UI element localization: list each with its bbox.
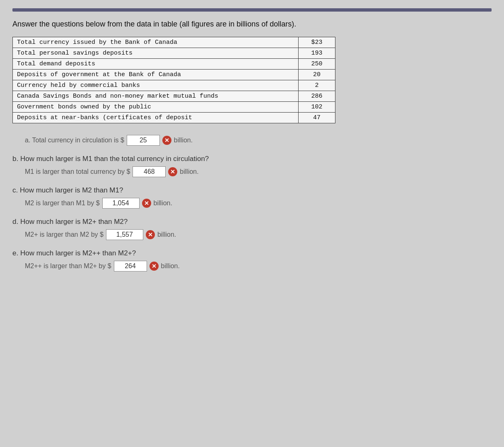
table-row: Total currency issued by the Bank of Can… <box>13 37 335 48</box>
table-cell-value: 102 <box>298 102 335 113</box>
question-a-incorrect-icon: ✕ <box>162 136 171 145</box>
table-row: Total demand deposits250 <box>13 59 335 70</box>
question-b-incorrect-icon: ✕ <box>168 167 177 176</box>
question-e-label: e. How much larger is M2++ than M2+? <box>12 249 492 257</box>
table-cell-label: Deposits at near-banks (certificates of … <box>13 113 299 123</box>
table-cell-label: Total currency issued by the Bank of Can… <box>13 37 299 48</box>
instruction-text: Answer the questions below from the data… <box>12 20 492 29</box>
question-c-line: M2 is larger than M1 by $ ✕ billion. <box>25 198 492 209</box>
table-cell-label: Total personal savings deposits <box>13 48 299 59</box>
question-b-prefix: M1 is larger than total currency by $ <box>25 168 130 175</box>
table-row: Government bonds owned by the public102 <box>13 102 335 113</box>
table-cell-value: 20 <box>298 70 335 80</box>
question-d-suffix: billion. <box>157 231 176 238</box>
question-a-line: a. Total currency in circulation is $ ✕ … <box>25 135 492 146</box>
question-a-block: a. Total currency in circulation is $ ✕ … <box>12 135 492 146</box>
question-e-input[interactable] <box>114 261 147 272</box>
table-cell-label: Government bonds owned by the public <box>13 102 299 113</box>
question-d-prefix: M2+ is larger than M2 by $ <box>25 231 104 238</box>
table-cell-label: Currency held by commercial banks <box>13 80 299 91</box>
question-d-incorrect-icon: ✕ <box>146 230 155 239</box>
table-cell-value: 2 <box>298 80 335 91</box>
table-cell-label: Deposits of government at the Bank of Ca… <box>13 70 299 80</box>
question-b-suffix: billion. <box>180 168 198 175</box>
table-cell-label: Total demand deposits <box>13 59 299 70</box>
question-e-suffix: billion. <box>161 262 180 270</box>
question-d-line: M2+ is larger than M2 by $ ✕ billion. <box>25 229 492 240</box>
question-a-label: a. Total currency in circulation is $ <box>25 137 124 144</box>
question-c-suffix: billion. <box>154 199 172 207</box>
data-table: Total currency issued by the Bank of Can… <box>12 37 335 123</box>
question-e-block: e. How much larger is M2++ than M2+? M2+… <box>12 249 492 272</box>
table-cell-value: 47 <box>298 113 335 123</box>
question-d-block: d. How much larger is M2+ than M2? M2+ i… <box>12 218 492 240</box>
table-row: Deposits of government at the Bank of Ca… <box>13 70 335 80</box>
question-c-label: c. How much larger is M2 than M1? <box>12 186 492 195</box>
table-cell-value: 193 <box>298 48 335 59</box>
table-cell-value: $23 <box>298 37 335 48</box>
question-c-input[interactable] <box>102 198 140 209</box>
table-row: Total personal savings deposits193 <box>13 48 335 59</box>
question-e-prefix: M2++ is larger than M2+ by $ <box>25 262 111 270</box>
question-e-incorrect-icon: ✕ <box>150 262 159 271</box>
table-row: Currency held by commercial banks2 <box>13 80 335 91</box>
question-c-incorrect-icon: ✕ <box>142 199 151 208</box>
question-b-label: b. How much larger is M1 than the total … <box>12 155 492 163</box>
question-a-input[interactable] <box>127 135 160 146</box>
table-row: Canada Savings Bonds and non-money marke… <box>13 91 335 102</box>
question-d-input[interactable] <box>106 229 143 240</box>
table-row: Deposits at near-banks (certificates of … <box>13 113 335 123</box>
header-bar <box>12 8 492 12</box>
question-b-block: b. How much larger is M1 than the total … <box>12 155 492 177</box>
question-d-label: d. How much larger is M2+ than M2? <box>12 218 492 226</box>
question-b-input[interactable] <box>133 166 166 177</box>
table-cell-value: 286 <box>298 91 335 102</box>
question-e-line: M2++ is larger than M2+ by $ ✕ billion. <box>25 261 492 272</box>
question-a-suffix: billion. <box>174 137 193 144</box>
table-cell-value: 250 <box>298 59 335 70</box>
table-cell-label: Canada Savings Bonds and non-money marke… <box>13 91 299 102</box>
question-b-line: M1 is larger than total currency by $ ✕ … <box>25 166 492 177</box>
question-c-block: c. How much larger is M2 than M1? M2 is … <box>12 186 492 209</box>
question-c-prefix: M2 is larger than M1 by $ <box>25 199 100 207</box>
